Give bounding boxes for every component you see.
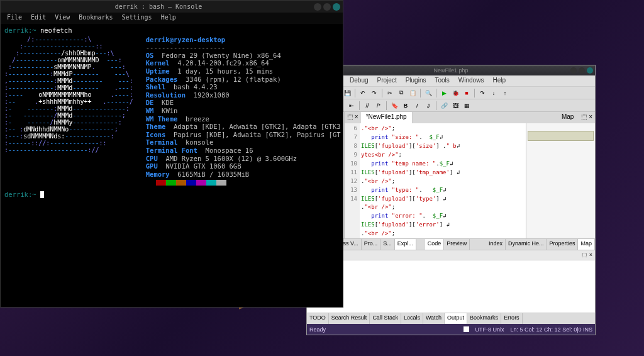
terminal-titlebar[interactable]: derrik : bash — Konsole xyxy=(1,1,343,13)
paste-icon[interactable]: 📋 xyxy=(408,88,418,98)
menu-view[interactable]: View xyxy=(51,14,74,23)
run-icon[interactable]: ▶ xyxy=(439,88,449,98)
menu-bookmarks[interactable]: Bookmarks xyxy=(75,14,116,23)
image-icon[interactable]: 🖼 xyxy=(450,101,460,111)
prompt-path: ~ xyxy=(32,26,36,34)
justify-icon[interactable]: J xyxy=(423,101,433,111)
ide-menu-help[interactable]: Help xyxy=(489,77,509,85)
minimap[interactable] xyxy=(526,123,595,238)
table-icon[interactable]: ▦ xyxy=(462,101,472,111)
minimize-icon[interactable] xyxy=(314,3,321,11)
maximize-icon[interactable] xyxy=(323,3,331,11)
menu-file[interactable]: File xyxy=(3,14,26,23)
uncomment-icon[interactable]: /* xyxy=(374,101,384,111)
ide-toolbar-1: 📄 📂 💾 💾 ↶ ↷ ✂ ⧉ 📋 🔍 ▶ 🐞 ■ ↷ ↓ ↑ xyxy=(307,87,595,99)
tab-code[interactable]: Code xyxy=(425,239,445,250)
terminal-title: derrik : bash — Konsole xyxy=(3,3,314,10)
map-close-icon[interactable]: ⬚ × xyxy=(579,112,595,123)
step-into-icon[interactable]: ↓ xyxy=(489,88,499,98)
info-user-host: derrik@ryzen-desktop xyxy=(146,36,225,43)
comment-icon[interactable]: // xyxy=(362,101,372,111)
ide-panel-tabs-2: TODO Search Result Call Stack Locals Wat… xyxy=(307,313,595,324)
neofetch-ascii-logo: /:-------------:\ :-------------------::… xyxy=(4,36,133,186)
menu-help[interactable]: Help xyxy=(157,14,180,23)
status-encoding: UTF-8 Unix xyxy=(475,326,504,333)
ide-titlebar[interactable]: NewFile1.php xyxy=(307,65,595,75)
undo-icon[interactable]: ↶ xyxy=(358,88,368,98)
ide-panel-tabs-1: Struct... Class V... Pro... S... Expl...… xyxy=(307,238,595,250)
outdent-icon[interactable]: ⇤ xyxy=(347,101,357,111)
ide-menu-debug[interactable]: Debug xyxy=(346,77,372,85)
ide-menu-plugins[interactable]: Plugins xyxy=(402,77,430,85)
ide-minimize-icon[interactable] xyxy=(570,67,577,74)
ide-toolbar-2: ← → ⇥ ⇤ // /* 🔖 B I J 🔗 🖼 ▦ xyxy=(307,99,595,112)
tab-explorer[interactable]: Expl... xyxy=(395,239,416,250)
cursor-icon xyxy=(40,191,44,198)
color-palette xyxy=(146,180,341,186)
tab-preview[interactable]: Preview xyxy=(444,239,470,250)
copy-icon[interactable]: ⧉ xyxy=(396,88,406,98)
tab-todo[interactable]: TODO xyxy=(307,313,329,324)
prompt-user: derrik: xyxy=(4,26,32,34)
output-close-icon[interactable]: ⬚ × xyxy=(582,252,592,259)
search-icon[interactable]: 🔍 xyxy=(423,88,433,98)
tab-project[interactable]: Pro... xyxy=(362,239,381,250)
bold-icon[interactable]: B xyxy=(401,101,411,111)
ide-maximize-icon[interactable] xyxy=(579,67,585,74)
output-panel: Output ⬚ × xyxy=(307,250,595,313)
ide-menu-tools[interactable]: Tools xyxy=(431,77,453,85)
code-lines[interactable]: ."<br />"; print "size: ". $_F↲ILES['fup… xyxy=(360,123,526,238)
prompt-user-2: derrik: xyxy=(4,191,32,198)
bookmark-icon[interactable]: 🔖 xyxy=(389,101,399,111)
tab-index[interactable]: Index xyxy=(486,239,506,250)
neofetch-info: derrik@ryzen-desktop -------------------… xyxy=(146,36,341,186)
ide-menu-project[interactable]: Project xyxy=(374,77,401,85)
map-panel-label[interactable]: Map xyxy=(557,112,579,123)
italic-icon[interactable]: I xyxy=(412,101,422,111)
stop-icon[interactable]: ■ xyxy=(462,88,472,98)
info-separator: -------------------- xyxy=(146,43,225,51)
tab-callstack[interactable]: Call Stack xyxy=(370,313,401,324)
tab-map[interactable]: Map xyxy=(578,239,595,250)
tab-s[interactable]: S... xyxy=(380,239,395,250)
cut-icon[interactable]: ✂ xyxy=(385,88,395,98)
editor-tabs: ⬚ × *NewFile1.php Map ⬚ × xyxy=(345,112,595,123)
step-over-icon[interactable]: ↷ xyxy=(477,88,487,98)
tab-bookmarks[interactable]: Bookmarks xyxy=(467,313,501,324)
menu-edit[interactable]: Edit xyxy=(27,14,50,23)
debug-icon[interactable]: 🐞 xyxy=(450,88,460,98)
tab-output[interactable]: Output xyxy=(445,313,467,324)
status-ready: Ready xyxy=(309,326,326,333)
ide-menu-windows[interactable]: Windows xyxy=(455,77,488,85)
status-checkbox[interactable] xyxy=(464,326,469,332)
step-out-icon[interactable]: ↑ xyxy=(500,88,510,98)
status-cursor: Ln: 5 Col: 12 Ch: 12 Sel: 0|0 INS xyxy=(511,326,592,333)
ide-menubar: sh View Debug Project Plugins Tools Wind… xyxy=(307,75,595,87)
terminal-command: neofetch xyxy=(40,26,72,34)
tab-locals[interactable]: Locals xyxy=(401,313,423,324)
link-icon[interactable]: 🔗 xyxy=(439,101,449,111)
terminal-menubar: File Edit View Bookmarks Settings Help xyxy=(1,13,343,24)
terminal-body[interactable]: derrik:~ neofetch /:-------------:\ :---… xyxy=(1,24,343,201)
line-gutter: 67891011121314 xyxy=(345,123,360,238)
tab-dynamichelp[interactable]: Dynamic He... xyxy=(506,239,547,250)
redo-icon[interactable]: ↷ xyxy=(369,88,379,98)
tab-searchresult[interactable]: Search Result xyxy=(329,313,370,324)
close-icon[interactable] xyxy=(333,3,340,11)
terminal-window: derrik : bash — Konsole File Edit View B… xyxy=(0,0,343,308)
ide-window: NewFile1.php sh View Debug Project Plugi… xyxy=(306,65,596,335)
menu-settings[interactable]: Settings xyxy=(118,14,155,23)
ide-close-icon[interactable] xyxy=(587,67,593,74)
tab-watch[interactable]: Watch xyxy=(423,313,445,324)
minimap-viewport[interactable] xyxy=(528,131,594,141)
tab-close-icon[interactable]: ⬚ × xyxy=(345,112,361,123)
save-all-icon[interactable]: 💾 xyxy=(342,88,352,98)
ide-title: NewFile1.php xyxy=(433,67,468,74)
ide-statusbar: Ready UTF-8 Unix Ln: 5 Col: 12 Ch: 12 Se… xyxy=(307,324,595,335)
code-editor[interactable]: 67891011121314 ."<br />"; print "size: "… xyxy=(345,123,595,238)
tab-newfile1[interactable]: *NewFile1.php xyxy=(361,112,413,123)
tab-errors[interactable]: Errors xyxy=(501,313,523,324)
tab-properties[interactable]: Properties xyxy=(547,239,578,250)
